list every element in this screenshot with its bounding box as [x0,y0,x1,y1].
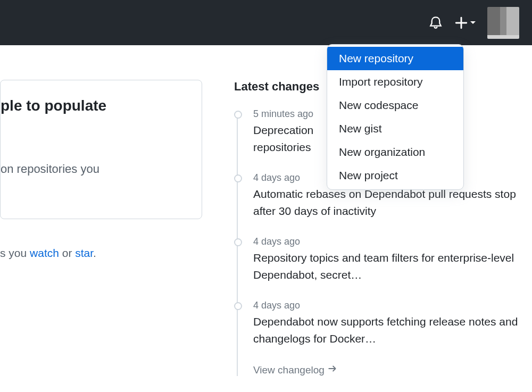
chevron-down-icon [470,21,476,24]
view-changelog-label: View changelog [253,364,325,376]
feed-panel: ple to populate on repositories you s yo… [0,80,202,376]
hint-prefix: s you [0,247,30,259]
dropdown-item-new-project[interactable]: New project [327,164,463,187]
star-link[interactable]: star [75,247,93,259]
hint-or: or [59,247,75,259]
changelog-item-title: Dependabot now supports fetching release… [253,313,530,347]
changelog-item[interactable]: 4 days ago Dependabot now supports fetch… [253,300,532,364]
changelog-item-time: 4 days ago [253,236,532,249]
dropdown-item-new-codespace[interactable]: New codespace [327,94,463,117]
create-dropdown: New repository Import repository New cod… [327,44,464,190]
hint-period: . [93,247,96,259]
dropdown-item-new-gist[interactable]: New gist [327,117,463,140]
dropdown-item-new-repository[interactable]: New repository [327,47,463,70]
changelog-item[interactable]: 4 days ago Repository topics and team fi… [253,236,532,300]
bell-icon[interactable] [429,16,443,30]
arrow-right-icon [328,364,337,376]
dropdown-item-import-repository[interactable]: Import repository [327,70,463,94]
feed-empty-card: ple to populate on repositories you [0,80,202,219]
view-changelog-row: View changelog [253,364,532,376]
changelog-item-title: Automatic rebases on Dependabot pull req… [253,186,530,219]
changelog-item-title: Repository topics and team filters for e… [253,249,530,283]
dropdown-item-new-organization[interactable]: New organization [327,140,463,164]
watch-link[interactable]: watch [30,247,59,259]
feed-card-title: ple to populate [1,97,202,114]
feed-card-subtitle: on repositories you [1,114,202,176]
create-menu-button[interactable] [454,16,476,30]
changelog-item-time: 4 days ago [253,300,532,313]
feed-hint-text: s you watch or star. [0,247,202,260]
view-changelog-link[interactable]: View changelog [253,364,337,376]
plus-icon [454,16,468,30]
avatar[interactable] [487,7,519,39]
top-navbar [0,0,532,45]
